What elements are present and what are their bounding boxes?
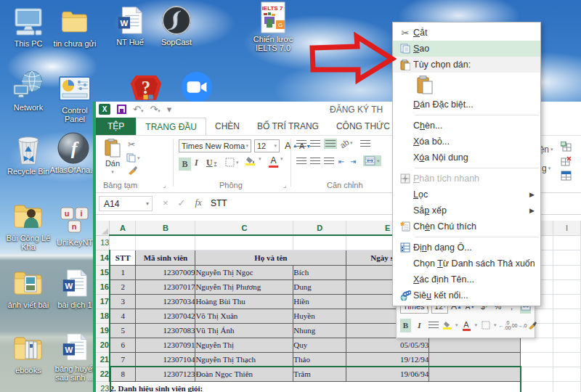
desktop-icon-this-pc[interactable]: This PC bbox=[4, 6, 52, 48]
borders-button[interactable]: ▾ bbox=[225, 158, 239, 167]
menu-item-xoa-noi-dung[interactable]: Xóa Nội dung bbox=[393, 150, 540, 166]
cell[interactable]: Họ và tên bbox=[195, 250, 346, 265]
cell[interactable]: 12307104 bbox=[136, 352, 195, 367]
cell-a14-active[interactable]: STT bbox=[110, 250, 136, 265]
cell[interactable]: 5 bbox=[110, 323, 136, 338]
desktop-icon-atlas[interactable]: fAtlasOfAna... bbox=[49, 132, 97, 174]
cell[interactable]: Võ Thị Xuân bbox=[195, 309, 293, 323]
cell[interactable] bbox=[110, 235, 136, 250]
cell[interactable]: Dung bbox=[293, 279, 346, 294]
font-name-combobox[interactable]: Times New Roma▾ bbox=[179, 139, 251, 152]
cell[interactable] bbox=[553, 294, 581, 309]
decrease-indent-button[interactable]: ⇤ bbox=[338, 158, 344, 166]
menu-item-sap-xep[interactable]: Sắp xếp▶ bbox=[393, 203, 540, 219]
cell[interactable] bbox=[553, 323, 581, 338]
cell[interactable] bbox=[553, 250, 581, 265]
row-header-15[interactable]: 15 bbox=[96, 265, 110, 279]
cell[interactable]: 19/06/94 bbox=[346, 367, 429, 381]
cell[interactable]: Vũ Thị Ánh bbox=[195, 323, 293, 338]
cell[interactable] bbox=[293, 235, 346, 250]
tab-home[interactable]: TRANG ĐẦU bbox=[136, 118, 206, 135]
select-all-corner[interactable] bbox=[96, 221, 110, 235]
wrap-text-button[interactable] bbox=[360, 140, 370, 147]
row-header-14[interactable]: 14 bbox=[96, 250, 110, 265]
row-header-17[interactable]: 17 bbox=[96, 294, 110, 309]
clipboard-dialog-launcher[interactable]: ⌟ bbox=[163, 181, 166, 189]
cell[interactable]: 1 bbox=[110, 265, 136, 279]
paste-option-icon[interactable] bbox=[415, 74, 435, 95]
cell[interactable]: 12307042 bbox=[136, 309, 195, 323]
cell[interactable]: Huyền bbox=[293, 309, 346, 323]
menu-item-chen-chu-thich[interactable]: Chèn Chú thích bbox=[393, 219, 540, 234]
tab-file[interactable]: TỆP bbox=[96, 118, 136, 135]
cell[interactable]: 2 bbox=[110, 279, 136, 294]
menu-paste-option-button[interactable] bbox=[393, 73, 540, 97]
column-header-B[interactable]: B bbox=[136, 221, 195, 235]
menu-item-dinh-dang-o[interactable]: Định dạng Ô... bbox=[393, 240, 540, 256]
cell[interactable] bbox=[136, 235, 195, 250]
italic-button[interactable]: I bbox=[195, 158, 198, 168]
cell[interactable]: 8 bbox=[110, 367, 136, 381]
cell[interactable] bbox=[553, 309, 581, 323]
menu-item-loc[interactable]: Lọc▶ bbox=[393, 187, 540, 203]
row-header-20[interactable]: 20 bbox=[96, 338, 110, 352]
cell[interactable]: Bích bbox=[293, 265, 346, 279]
underline-button[interactable]: U▾ bbox=[206, 158, 216, 168]
qat-customize-icon[interactable]: ▾ bbox=[167, 104, 172, 115]
tab-insert[interactable]: CHÈN bbox=[206, 118, 248, 135]
cell[interactable]: 12307083 bbox=[136, 323, 195, 338]
align-center-button[interactable] bbox=[310, 158, 320, 165]
orientation-dropdown[interactable]: ▾ bbox=[350, 140, 353, 146]
cell[interactable] bbox=[553, 338, 581, 352]
font-color-button[interactable]: A bbox=[269, 155, 278, 168]
tab-page-layout[interactable]: BỐ TRÍ TRANG bbox=[248, 118, 328, 135]
formula-input[interactable]: STT bbox=[211, 198, 227, 208]
menu-item-sieu-ket-noi[interactable]: Siêu kết nối... bbox=[393, 287, 540, 303]
row-header-16[interactable]: 16 bbox=[96, 279, 110, 294]
orientation-button[interactable]: ab bbox=[338, 138, 351, 150]
cell[interactable]: 12307123 bbox=[136, 367, 195, 381]
cell[interactable]: Nhung bbox=[293, 323, 346, 338]
cell[interactable]: 3 bbox=[110, 294, 136, 309]
row-header-13[interactable]: 13 bbox=[96, 235, 110, 250]
cell[interactable] bbox=[553, 352, 581, 367]
desktop-icon-nt-hue[interactable]: WNT Huế bbox=[106, 4, 154, 46]
mini-italic-button[interactable]: I bbox=[414, 319, 425, 332]
desktop-icon-control-panel[interactable]: Control Panel bbox=[51, 73, 99, 124]
desktop-icon-ielts[interactable]: IELTS 7GChiến lược IELTS 7.0 bbox=[243, 1, 304, 53]
delete-cells-button[interactable] bbox=[561, 156, 572, 166]
mini-fill-color-button[interactable] bbox=[442, 319, 452, 332]
font-size-combobox[interactable]: 12▾ bbox=[254, 139, 280, 152]
fill-color-dropdown[interactable]: ▾ bbox=[259, 156, 261, 162]
cell[interactable] bbox=[521, 367, 553, 381]
cell[interactable] bbox=[553, 279, 581, 294]
menu-item-xac-dinh-ten[interactable]: Xác định Tên... bbox=[393, 271, 540, 287]
cell[interactable]: Nguyễn Thị bbox=[195, 338, 293, 352]
cell[interactable] bbox=[553, 265, 581, 279]
cell[interactable]: 12307017 bbox=[136, 279, 195, 294]
mini-border-lines-button[interactable] bbox=[428, 319, 439, 332]
mini-decrease-decimal-button[interactable]: ←.0.00 bbox=[500, 319, 511, 332]
mini-bold-button[interactable]: B bbox=[400, 319, 411, 332]
column-header-D[interactable]: D bbox=[293, 221, 346, 235]
bold-button[interactable]: B bbox=[179, 158, 191, 171]
column-header-I[interactable]: I bbox=[553, 221, 581, 235]
insert-cells-button[interactable] bbox=[561, 142, 572, 152]
cancel-icon[interactable]: × bbox=[163, 197, 168, 208]
cell[interactable] bbox=[553, 367, 581, 381]
increase-indent-button[interactable]: ⇥ bbox=[350, 158, 356, 166]
cell-note[interactable]: 2. Danh hiệu sinh viên giỏi: bbox=[110, 381, 521, 392]
cut-button[interactable]: ✂ bbox=[128, 139, 135, 150]
menu-item-chen[interactable]: Chèn... bbox=[393, 118, 540, 134]
cell[interactable]: 7 bbox=[110, 352, 136, 367]
mini-increase-decimal-button[interactable]: .00→.0 bbox=[513, 319, 524, 332]
cell[interactable]: 12307009 bbox=[136, 265, 195, 279]
top-align-button[interactable] bbox=[296, 140, 306, 147]
cell[interactable]: 19/12/94 bbox=[346, 352, 429, 367]
insert-function-icon[interactable]: fx bbox=[195, 197, 202, 208]
cell[interactable]: 12307034 bbox=[136, 294, 195, 309]
row-header-18[interactable]: 18 bbox=[96, 309, 110, 323]
menu-item-dan-dac-biet[interactable]: Dán Đặc biệt... bbox=[393, 97, 540, 113]
cell[interactable]: Nguyễn Thị Phương bbox=[195, 279, 293, 294]
desktop-icon-bui-cong[interactable]: Bùi Công Lê Kha bbox=[4, 200, 52, 252]
